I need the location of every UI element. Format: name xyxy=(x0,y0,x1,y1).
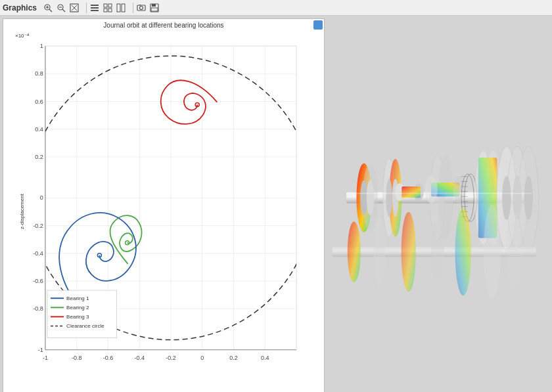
svg-point-86 xyxy=(367,180,374,215)
svg-rect-94 xyxy=(402,186,421,198)
svg-text:-0.2: -0.2 xyxy=(166,355,176,361)
svg-point-129 xyxy=(522,219,535,285)
main-content: Journal orbit at different bearing locat… xyxy=(0,16,552,392)
svg-rect-12 xyxy=(91,10,99,11)
svg-point-124 xyxy=(402,212,416,292)
svg-point-122 xyxy=(348,221,361,282)
svg-point-98 xyxy=(425,176,438,204)
svg-rect-10 xyxy=(91,5,99,6)
svg-line-1 xyxy=(49,9,52,12)
svg-text:-0.6: -0.6 xyxy=(103,355,114,361)
zoom-in-button[interactable] xyxy=(42,2,54,14)
plot-corner-button[interactable] xyxy=(313,20,323,30)
title-bar: Graphics xyxy=(0,0,552,16)
plot-panel: Journal orbit at different bearing locat… xyxy=(3,18,325,392)
svg-text:1: 1 xyxy=(40,43,43,49)
toolbar-zoom xyxy=(42,2,80,14)
svg-text:Bearing 3: Bearing 3 xyxy=(66,314,89,320)
toolbar-views xyxy=(89,2,127,14)
svg-text:-0.4: -0.4 xyxy=(134,355,145,361)
svg-rect-11 xyxy=(91,7,99,9)
svg-text:-0.8: -0.8 xyxy=(72,355,82,361)
svg-rect-13 xyxy=(104,4,107,7)
svg-rect-14 xyxy=(108,4,112,7)
svg-rect-24 xyxy=(151,8,158,11)
plot-title: Journal orbit at different bearing locat… xyxy=(3,19,324,30)
svg-point-117 xyxy=(502,176,511,220)
svg-point-20 xyxy=(140,6,143,9)
svg-text:0.4: 0.4 xyxy=(35,126,43,133)
save-button[interactable] xyxy=(149,2,160,14)
svg-rect-18 xyxy=(122,4,125,12)
zoom-out-button[interactable] xyxy=(55,2,67,14)
panel-view-button[interactable] xyxy=(102,2,114,14)
svg-text:Bearing 2: Bearing 2 xyxy=(66,305,89,311)
svg-point-127 xyxy=(484,205,501,299)
svg-point-119 xyxy=(524,176,533,220)
render-svg xyxy=(327,16,552,392)
plot-area: z-displacement ×10⁻⁴ xyxy=(3,30,324,392)
split-view-button[interactable] xyxy=(115,2,127,14)
svg-point-99 xyxy=(453,176,466,204)
svg-text:Clearance circle: Clearance circle xyxy=(66,323,104,329)
svg-text:0: 0 xyxy=(200,355,204,361)
svg-rect-21 xyxy=(139,5,141,6)
svg-text:0: 0 xyxy=(40,194,43,201)
camera-button[interactable] xyxy=(135,2,147,14)
svg-point-125 xyxy=(431,221,444,282)
app-title: Graphics xyxy=(3,3,37,12)
svg-point-89 xyxy=(386,179,392,217)
svg-point-128 xyxy=(506,212,522,292)
svg-text:-1: -1 xyxy=(38,347,43,353)
svg-text:0.4: 0.4 xyxy=(261,355,269,361)
svg-text:-0.4: -0.4 xyxy=(33,250,43,257)
svg-text:-0.2: -0.2 xyxy=(33,223,43,229)
svg-point-126 xyxy=(455,208,471,295)
list-view-button[interactable] xyxy=(89,2,101,14)
svg-text:-0.6: -0.6 xyxy=(33,278,43,284)
svg-text:-0.8: -0.8 xyxy=(33,305,43,312)
svg-point-123 xyxy=(374,217,386,287)
svg-text:-1: -1 xyxy=(43,355,48,361)
y-axis-prefix: ×10⁻⁴ xyxy=(15,33,29,39)
sep1 xyxy=(86,3,87,13)
svg-rect-23 xyxy=(152,4,156,7)
svg-text:0.6: 0.6 xyxy=(35,98,43,105)
plot-svg: 1 0.8 0.6 0.4 0.2 0 -0.2 -0.4 -0.6 -0.8 … xyxy=(22,39,320,389)
svg-line-5 xyxy=(62,9,65,12)
sep2 xyxy=(133,3,133,13)
svg-text:0.8: 0.8 xyxy=(35,70,43,77)
svg-rect-15 xyxy=(104,9,107,12)
svg-rect-16 xyxy=(108,9,112,12)
svg-text:0.2: 0.2 xyxy=(35,154,43,160)
render-panel xyxy=(327,16,552,392)
svg-text:0.2: 0.2 xyxy=(229,355,238,361)
svg-text:Bearing 1: Bearing 1 xyxy=(66,295,89,301)
svg-rect-17 xyxy=(117,4,120,12)
fit-button[interactable] xyxy=(68,2,80,14)
toolbar-camera xyxy=(135,2,160,14)
